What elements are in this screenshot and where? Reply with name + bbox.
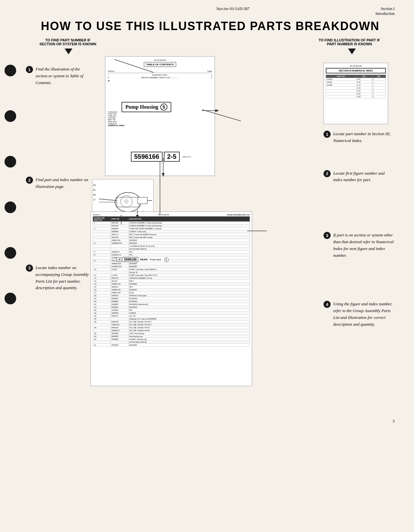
page-header: NavAer 03-5AD-587 Section I Introduction bbox=[26, 6, 395, 16]
gapl-row: -398408350Seal bearing cap bbox=[93, 335, 250, 338]
gapl-row: AN75-32BOLT (Used with 8827 pump) bbox=[93, 236, 250, 239]
gapl-cell: WASHER bbox=[129, 288, 250, 291]
col-header-part: PART NO. bbox=[111, 217, 129, 222]
gapl-row: -186439010SHROUD, Pump gear bbox=[93, 294, 250, 297]
gapl-cell bbox=[93, 323, 111, 326]
gapl-cell bbox=[93, 239, 111, 242]
gapl-cell: JET, Oil bbox=[129, 315, 250, 318]
gapl-row: -303700302PIN bbox=[93, 309, 250, 312]
ni-cell: 2 bbox=[372, 92, 386, 95]
gapl-cell: 1AN300-3-3 bbox=[111, 254, 129, 256]
gapl-cell: -16 bbox=[93, 288, 111, 291]
page-number: 3 bbox=[26, 418, 395, 424]
left-instructions: 1 Find the illustration of the section o… bbox=[26, 56, 89, 412]
gapl-cell bbox=[93, 233, 111, 236]
gapl-cell bbox=[111, 245, 129, 248]
gear-label: GEAR bbox=[140, 258, 147, 261]
gapl-row: -328408717JET, Oil bbox=[93, 315, 250, 318]
gapl-row: AN75-11BOLT (Used with BOB8170 pump) bbox=[93, 233, 250, 236]
ni-cell bbox=[326, 92, 356, 95]
gapl-cell: BUSHING (Selective fit) bbox=[129, 303, 250, 306]
gapl-cell: -10 bbox=[93, 268, 111, 271]
col-header-desc: DESCRIPTION bbox=[129, 217, 250, 222]
ni-cell: 0-52 bbox=[356, 81, 372, 84]
gapl-cell: AN960-516 bbox=[111, 239, 129, 242]
bullet-circle-1 bbox=[5, 65, 16, 76]
svg-text:17: 17 bbox=[93, 199, 96, 201]
gapl-cell: BUSHING bbox=[129, 306, 250, 309]
instruction-2-left: 2 Find part and index number on illustra… bbox=[26, 177, 89, 190]
page-title: How To Use This Illustrated Parts Breakd… bbox=[26, 19, 395, 33]
page: NavAer 03-5AD-587 Section I Introduction… bbox=[0, 0, 414, 532]
gapl-cell: LJ7043 bbox=[111, 274, 129, 277]
gapl-row: -368408154OIL LINE, Flexible 'OH IN' bbox=[93, 326, 250, 329]
column-headers: TO FIND PART NUMBER IF SECTION OR SYSTEM… bbox=[26, 38, 395, 46]
gapl-row: -18408084PUMP AND GEAR ASSEMBLY, Lubrica… bbox=[93, 227, 250, 230]
gapl-cell: 8408717 bbox=[111, 315, 129, 318]
ni-cell bbox=[326, 90, 356, 92]
num-1-right: 1 bbox=[324, 131, 331, 138]
gapl-cell: PIN bbox=[129, 251, 250, 254]
gapl-cell: -41 bbox=[93, 344, 111, 347]
gapl-row: -34Shipping (U.S. Spec reg 8408035) bbox=[93, 318, 250, 320]
gapl-cell: CASING ASSEMBLY, Pump and bearing ( bbox=[129, 224, 250, 227]
gapl-cell: -8 bbox=[93, 254, 111, 256]
instr-text-3-left: Locate index number on accompanying Grou… bbox=[36, 265, 89, 291]
ni-cell: 0-13 bbox=[356, 84, 372, 87]
gapl-cell: 3408050 bbox=[111, 312, 129, 315]
gapl-cell: BUSHING bbox=[129, 300, 250, 303]
gapl-cell: -7 bbox=[93, 251, 111, 254]
gapl-cell: -31 bbox=[93, 312, 111, 315]
gapl-cell: AN960-416 bbox=[111, 288, 129, 291]
gapl-cell: 8401185 bbox=[111, 222, 129, 224]
ni-cell: 0-21 bbox=[356, 90, 372, 92]
doc-number: NavAer 03-5AD-587 bbox=[217, 6, 249, 11]
gapl-row: 15487150OIL LINE, Flexible 'OH OUT' bbox=[93, 323, 250, 326]
gapl-row: -358408138OIL LINE, Flexible 'OH OUT' bbox=[93, 320, 250, 323]
gapl-cell: WASHER bbox=[129, 239, 250, 242]
gapl-cell: Seal bearing cap bbox=[129, 335, 250, 338]
gapl-cell: -32 bbox=[93, 315, 111, 318]
ni-row: GA3310-521 bbox=[326, 81, 386, 84]
gapl-cell: PIN bbox=[129, 254, 250, 256]
ni-cell: 0-22 bbox=[356, 95, 372, 98]
gapl-cell: PUMP, Lubrication Type 8827 (VCC bbox=[129, 274, 250, 277]
gapl-cell: PLUG bbox=[129, 291, 250, 294]
gapl-cell: AN960-416 bbox=[111, 283, 129, 286]
instr-text-1-left: Find the illustration of the section or … bbox=[36, 66, 89, 86]
gapl-cell: 2- bbox=[93, 222, 111, 224]
gapl-cell: BUSHING bbox=[129, 297, 250, 300]
gapl-cell bbox=[93, 248, 111, 251]
gapl-cell: GC354 bbox=[111, 268, 129, 271]
gapl-row: -11LJ7043PUMP, Lubrication Type 8827 (VC… bbox=[93, 274, 250, 277]
ni-row: 0-222 bbox=[326, 95, 386, 98]
gapl-cell: OIL LINE, Flexible 'OH OUT' bbox=[129, 323, 250, 326]
gapl-cell: Shipping (U.S. Spec reg 8408035) bbox=[129, 318, 250, 320]
gapl-cell: See (ig. 8) bbox=[129, 271, 250, 274]
gapl-row: -81AN300-3-3PIN bbox=[93, 254, 250, 256]
gapl-cell bbox=[93, 271, 111, 274]
gapl-row: See (ig. 8) bbox=[93, 271, 250, 274]
gapl-row: -16AN960-416WASHER bbox=[93, 288, 250, 291]
gapl-row: -218408804BUSHING (Selective fit) bbox=[93, 303, 250, 306]
gear-prefix: -5 bbox=[117, 257, 122, 262]
instruction-2-right: 2 Locate first figure number and index n… bbox=[324, 170, 395, 184]
gapl-cell: -21 bbox=[93, 303, 111, 306]
gapl-cell: BOLT (Used with BOB8170 pump) bbox=[129, 233, 250, 236]
svg-text:32: 32 bbox=[93, 184, 96, 186]
ni-cell: GA338 bbox=[326, 84, 356, 87]
gapl-row: -313408050SCREW bbox=[93, 312, 250, 315]
ni-title-box: SECTION III NUMERICAL INDEX bbox=[326, 68, 386, 73]
right-instructions: AN 00-000-00 SECTION III NUMERICAL INDEX… bbox=[324, 56, 395, 412]
gapl-row: -10GC354PUMP, Lubrication Type BOB8170 - bbox=[93, 268, 250, 271]
bullet-circle-2 bbox=[5, 110, 16, 122]
num-2-right: 2 bbox=[324, 170, 331, 177]
ni-cell: 2 bbox=[372, 95, 386, 98]
gear-circle-1: 1 bbox=[164, 257, 169, 262]
bullet-circle-6 bbox=[5, 293, 16, 304]
gapl-cell: -15 bbox=[93, 286, 111, 288]
gapl-cell bbox=[111, 248, 129, 251]
gapl-row: AN800C816WASHER bbox=[93, 262, 250, 265]
col-header-figure: FIGURE AND INDEX NO. bbox=[93, 217, 111, 222]
gapl-row: -13A04-30BOLT bbox=[93, 280, 250, 283]
